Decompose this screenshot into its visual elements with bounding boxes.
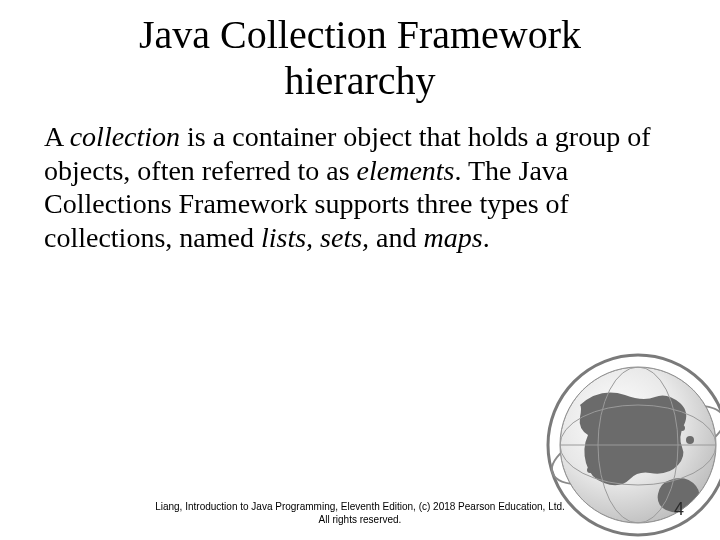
footer-line-2: All rights reserved. [319,514,402,525]
body-text: A [44,121,70,152]
svg-point-5 [679,425,685,431]
term-elements: elements [357,155,455,186]
slide-title: Java Collection Framework hierarchy [0,0,720,104]
svg-point-6 [587,467,593,473]
comma: , [306,222,320,253]
body-text: . [483,222,490,253]
body-text: and [376,222,423,253]
svg-point-9 [560,405,716,485]
title-line-1: Java Collection Framework [139,12,581,57]
slide: Java Collection Framework hierarchy A co… [0,0,720,540]
svg-point-3 [560,367,716,523]
footer: Liang, Introduction to Java Programming,… [0,501,720,526]
svg-point-2 [543,389,720,502]
svg-point-7 [560,367,716,523]
term-lists: lists [261,222,306,253]
term-sets: sets [320,222,362,253]
svg-point-4 [686,436,694,444]
term-collection: collection [70,121,180,152]
svg-point-8 [598,367,678,523]
title-line-2: hierarchy [284,58,435,103]
slide-body: A collection is a container object that … [0,104,720,254]
page-number: 4 [674,499,684,520]
term-maps: maps [424,222,483,253]
footer-line-1: Liang, Introduction to Java Programming,… [155,501,565,512]
comma: , [362,222,376,253]
